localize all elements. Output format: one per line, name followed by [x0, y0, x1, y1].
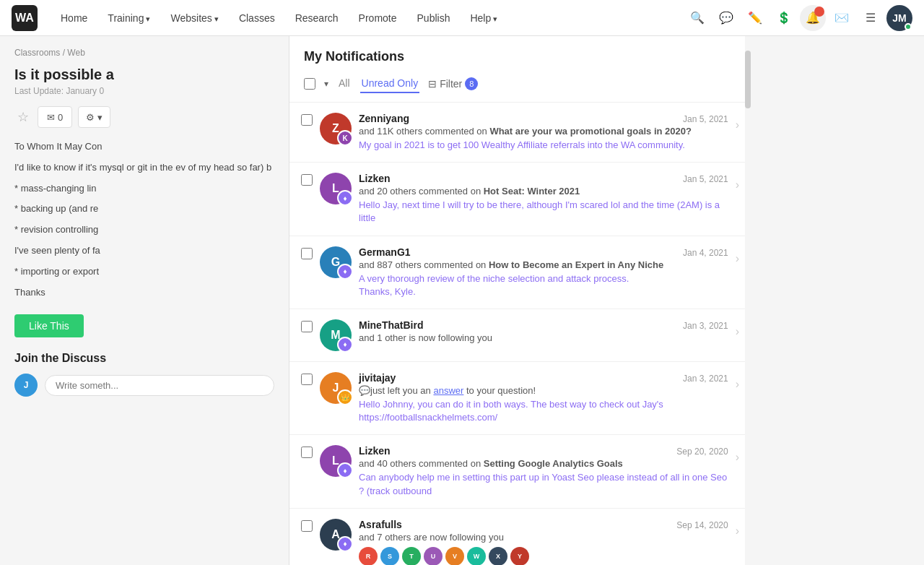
breadcrumb: Classrooms / Web [14, 48, 274, 58]
messages-button[interactable]: 💬 [713, 5, 739, 31]
notification-username: MineThatBird [359, 319, 423, 331]
follower-avatar: Y [510, 547, 529, 565]
menu-button[interactable]: ☰ [858, 5, 884, 31]
logo-text: WA [15, 12, 34, 25]
article-thanks: Thanks [14, 285, 274, 301]
notification-date: Jan 5, 2021 [683, 174, 728, 184]
like-button[interactable]: Like This [14, 314, 84, 337]
notification-name-date: MineThatBird Jan 3, 2021 [359, 319, 728, 331]
action-bar: ☆ ✉ 0 ⚙ ▾ [14, 106, 274, 128]
notification-arrow[interactable]: › [736, 525, 739, 538]
notification-body: Asrafulls Sep 14, 2020 and 7 others are … [359, 519, 728, 565]
notification-checkbox[interactable] [301, 248, 313, 259]
answer-link[interactable]: answer [433, 385, 463, 396]
filter-row: ▾ All Unread Only ⊟ Filter 8 [304, 74, 736, 93]
followers-row: RSTUVWXY [359, 547, 728, 565]
notification-checkbox[interactable] [301, 447, 313, 458]
notification-arrow[interactable]: › [736, 378, 739, 391]
nav-classes[interactable]: Classes [230, 8, 284, 28]
email-button[interactable]: ✉️ [829, 5, 855, 31]
nav-icons: 🔍 💬 ✏️ 💲 🔔 ✉️ ☰ JM [684, 5, 912, 31]
notification-desc: 💬just left you an answer to your questio… [359, 385, 728, 396]
notification-arrow[interactable]: › [736, 118, 739, 131]
notification-checkbox[interactable] [301, 174, 313, 186]
follower-avatar: X [489, 547, 507, 565]
nav-home[interactable]: Home [52, 8, 96, 28]
comment-input[interactable] [45, 375, 274, 396]
notification-date: Jan 4, 2021 [683, 248, 728, 258]
notification-body: Lizken Sep 20, 2020 and 40 others commen… [359, 445, 728, 497]
notification-action: and 20 others commented on Hot Seat: Win… [359, 186, 580, 197]
notification-avatar-wrap: L ♦ [320, 445, 352, 477]
notification-name-date: Lizken Jan 5, 2021 [359, 173, 728, 184]
notifications-header: My Notifications ▾ All Unread Only ⊟ Fil… [289, 36, 751, 103]
notification-sub-avatar: ♦ [337, 264, 353, 280]
notification-sub-avatar: ♦ [337, 462, 353, 478]
notification-arrow[interactable]: › [736, 252, 739, 265]
tab-unread-only[interactable]: Unread Only [360, 74, 420, 93]
notification-checkbox[interactable] [301, 374, 313, 385]
message-button[interactable]: ✉ 0 [38, 106, 72, 128]
notification-desc: and 20 others commented on Hot Seat: Win… [359, 186, 728, 197]
notification-body: Zenniyang Jan 5, 2021 and 11K others com… [359, 113, 728, 152]
follower-avatar: U [424, 547, 443, 565]
notification-name-date: jivitajay Jan 3, 2021 [359, 372, 728, 384]
notification-avatar-wrap: L ♦ [320, 173, 352, 204]
credits-button[interactable]: 💲 [771, 5, 797, 31]
nav-training[interactable]: Training [99, 8, 159, 28]
notification-item: M ♦ MineThatBird Jan 3, 2021 and 1 other… [289, 309, 751, 362]
page-title: Is it possible a [14, 66, 274, 83]
notification-username: jivitajay [359, 372, 396, 384]
notification-sub-avatar: ♦ [337, 190, 353, 206]
notification-arrow[interactable]: › [736, 451, 739, 464]
edit-button[interactable]: ✏️ [742, 5, 768, 31]
notifications-title: My Notifications [304, 49, 736, 64]
logo[interactable]: WA [12, 5, 38, 31]
notification-sub-avatar: ♦ [337, 536, 353, 552]
nav-help[interactable]: Help [461, 8, 506, 28]
star-button[interactable]: ☆ [14, 106, 32, 128]
notification-desc: and 887 others commented on How to Becom… [359, 259, 728, 270]
user-avatar[interactable]: JM [886, 5, 912, 31]
nav-websites[interactable]: Websites [162, 8, 227, 28]
search-button[interactable]: 🔍 [684, 5, 710, 31]
notification-checkbox[interactable] [301, 321, 313, 332]
nav-promote[interactable]: Promote [350, 8, 406, 28]
notification-item: A ♦ Asrafulls Sep 14, 2020 and 7 others … [289, 509, 751, 565]
last-update: Last Update: January 0 [14, 86, 274, 96]
filter-icon: ⊟ [428, 78, 437, 90]
notification-action: and 887 others commented on How to Becom… [359, 259, 663, 270]
online-indicator [905, 23, 912, 30]
notification-item: L ♦ Lizken Sep 20, 2020 and 40 others co… [289, 435, 751, 508]
notification-arrow[interactable]: › [736, 178, 739, 191]
tab-all[interactable]: All [337, 74, 352, 93]
notification-date: Jan 3, 2021 [683, 321, 728, 331]
notification-checkbox[interactable] [301, 520, 313, 532]
notification-body: MineThatBird Jan 3, 2021 and 1 other is … [359, 319, 728, 345]
article-body1: I'd like to know if it's mysql or git in… [14, 160, 274, 176]
notifications-list: Z K Zenniyang Jan 5, 2021 and 11K others… [289, 103, 751, 565]
settings-button[interactable]: ⚙ ▾ [78, 106, 110, 128]
notifications-button[interactable]: 🔔 [800, 5, 826, 31]
notification-item: Z K Zenniyang Jan 5, 2021 and 11K others… [289, 103, 751, 163]
select-all-checkbox[interactable] [304, 78, 315, 90]
article-body: To Whom It May Con I'd like to know if i… [14, 139, 274, 300]
notification-avatar-wrap: M ♦ [320, 319, 352, 351]
filter-button[interactable]: ⊟ Filter 8 [428, 77, 478, 90]
notification-arrow[interactable]: › [736, 325, 739, 338]
article-bullet2: * backing up (and re [14, 202, 274, 217]
nav-publish[interactable]: Publish [409, 8, 459, 28]
notification-preview: Hello Johnny, you can do it in both ways… [359, 398, 728, 424]
nav-research[interactable]: Research [287, 8, 347, 28]
scrollbar-thumb[interactable] [745, 51, 751, 108]
select-chevron[interactable]: ▾ [324, 79, 328, 89]
article-trail1: I've seen plenty of fa [14, 243, 274, 259]
notification-username: Zenniyang [359, 113, 409, 124]
nav-links: Home Training Websites Classes Research … [52, 8, 684, 28]
notification-name-date: Lizken Sep 20, 2020 [359, 445, 728, 457]
notification-body: jivitajay Jan 3, 2021 💬just left you an … [359, 372, 728, 424]
follower-avatar: V [445, 547, 464, 565]
notification-checkbox[interactable] [301, 114, 313, 126]
notification-name-date: Asrafulls Sep 14, 2020 [359, 519, 728, 530]
notification-body: Lizken Jan 5, 2021 and 20 others comment… [359, 173, 728, 225]
